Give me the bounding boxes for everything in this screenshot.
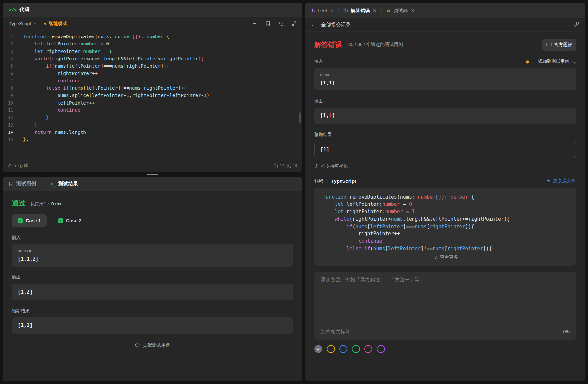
line-numbers: 123456789101112131415 (3, 33, 18, 160)
tab-testcases-label: 测试用例 (16, 181, 36, 187)
tab-testresult-label: 测试结果 (58, 181, 78, 187)
runtime-label: 执行用时: (30, 201, 49, 207)
tab-testcases[interactable]: 测试用例 (9, 181, 36, 187)
test-input-value: [1,1,2] (18, 256, 287, 262)
contribute-testcase-button[interactable]: 贡献测试用例 (12, 342, 293, 348)
test-output-label: 输出 (12, 275, 293, 280)
submission-body: 解答错误 135 / 362 个通过的测试用例 官方题解 输入 添加到测试用例 (305, 32, 585, 381)
code-section-label: 代码 (314, 178, 323, 184)
bug-icon (386, 8, 391, 13)
panel-resize-handle[interactable] (3, 172, 302, 177)
sub-expected-label: 预期结果 (314, 132, 576, 138)
sub-input-value: [1,1] (320, 80, 570, 86)
sub-input-label: 输入 (314, 59, 323, 64)
tab-debugger[interactable]: 调试器 ✕ (386, 8, 414, 14)
expand-icon[interactable] (291, 20, 298, 27)
tab-wrong-answer[interactable]: 解答错误 ✕ (343, 8, 377, 14)
undo-icon[interactable] (277, 20, 285, 27)
left-column: </> 代码 TypeScript 智能模式 (3, 3, 302, 381)
tag-color-pink[interactable] (364, 345, 372, 353)
info-icon (314, 164, 319, 169)
tag-color-gray-selected[interactable] (314, 345, 322, 353)
case-2-label: Case 2 (66, 218, 82, 223)
bookmark-icon[interactable] (264, 20, 271, 27)
submission-tabbar: Leet ✕ | 解答错误 ✕ | 调试器 ✕ (305, 3, 585, 18)
sub-output-label: 输出 (314, 98, 576, 104)
case-2-check-icon (58, 218, 63, 223)
test-expected-value: [1,2] (18, 323, 287, 328)
editor-toolbar: TypeScript 智能模式 (3, 17, 302, 30)
all-submissions-link[interactable]: 全部提交记录 (321, 22, 351, 28)
tag-color-green[interactable] (352, 345, 360, 353)
tab-leet[interactable]: Leet ✕ (310, 8, 334, 13)
sub-output-box: [1,1] (314, 108, 576, 124)
close-icon[interactable]: ✕ (330, 8, 334, 13)
sparkle-ai-icon (546, 179, 551, 183)
test-input-label: 输入 (12, 235, 293, 241)
tag-color-yellow[interactable] (327, 345, 335, 353)
complexity-analysis-label: 复杂度分析 (553, 178, 576, 184)
tag-placeholder: 选择相关标签 (321, 329, 350, 335)
runtime-value: 0 ms (51, 201, 61, 206)
tag-selector[interactable]: 选择相关标签 0/5 (314, 324, 576, 340)
case-1-label: Case 1 (26, 218, 41, 223)
close-icon[interactable]: ✕ (373, 8, 377, 13)
view-more-button[interactable]: 查看更多 (323, 252, 569, 262)
submission-panel: Leet ✕ | 解答错误 ✕ | 调试器 ✕ ← 全部提交记录 (305, 3, 585, 381)
test-expected-label: 预期结果 (12, 308, 293, 314)
resize-pill-icon (147, 174, 158, 175)
no-visualization-note: 不支持可视化 (314, 163, 576, 169)
tab-wrong-answer-label: 解答错误 (351, 8, 370, 14)
editor-header: </> 代码 (3, 3, 302, 17)
editor-panel-title: 代码 (19, 7, 29, 13)
smart-mode-toggle[interactable]: 智能模式 (44, 21, 67, 27)
tag-color-purple[interactable] (377, 345, 385, 353)
close-icon[interactable]: ✕ (411, 8, 415, 13)
official-solution-label: 官方题解 (554, 42, 572, 48)
complexity-analysis-button[interactable]: 复杂度分析 (546, 178, 576, 184)
editor-scrollbar[interactable] (299, 112, 301, 123)
sub-input-box: nums = [1,1] (314, 68, 576, 90)
official-solution-button[interactable]: 官方题解 (542, 39, 576, 51)
contribute-label: 贡献测试用例 (143, 342, 170, 348)
cloud-icon (8, 163, 13, 168)
code-content[interactable]: function removeDuplicates(nums: number[]… (18, 33, 302, 160)
sub-output-value: [1,1] (320, 113, 570, 119)
format-lines-icon[interactable] (251, 20, 258, 27)
submission-navrow: ← 全部提交记录 (305, 18, 585, 32)
tab-testresult[interactable]: >_ 测试结果 (50, 181, 78, 187)
sub-expected-value: [1] (320, 147, 570, 153)
sparkle-icon (310, 8, 316, 13)
test-expected-box: [1,2] (12, 317, 293, 334)
link-icon[interactable] (574, 21, 579, 28)
passed-testcases-info: 135 / 362 个通过的测试用例 (346, 42, 403, 48)
terminal-icon: >_ (50, 181, 56, 186)
language-dropdown[interactable]: TypeScript (7, 20, 38, 28)
code-editor-panel: </> 代码 TypeScript 智能模式 (3, 3, 302, 172)
test-panel: 测试用例 | >_ 测试结果 通过 执行用时: 0 ms Case 1 (3, 177, 302, 381)
smart-mode-label: 智能模式 (49, 21, 67, 27)
test-input-varname: nums = (18, 249, 287, 253)
checkbox-icon (9, 181, 14, 187)
double-chevron-down-icon (434, 255, 438, 260)
editor-statusbar: 已存储 行 14, 列 23 (3, 160, 302, 172)
history-icon (343, 8, 348, 13)
tag-color-blue[interactable] (339, 345, 347, 353)
test-output-value: [1,2] (18, 289, 287, 295)
code-icon: </> (9, 7, 17, 12)
submitted-code: function removeDuplicates(nums: number[]… (323, 193, 569, 252)
back-arrow-icon[interactable]: ← (311, 22, 317, 28)
case-1-button[interactable]: Case 1 (12, 214, 47, 227)
test-input-box[interactable]: nums = [1,1,2] (12, 244, 293, 267)
case-2-button[interactable]: Case 2 (52, 214, 87, 227)
tag-color-options (314, 345, 576, 353)
tag-count: 0/5 (563, 329, 570, 334)
mode-dot-icon (44, 23, 46, 25)
verdict-wrong-answer: 解答错误 (314, 40, 342, 49)
heart-icon (135, 343, 140, 348)
code-editor[interactable]: 123456789101112131415 function removeDup… (3, 30, 302, 160)
note-textarea[interactable]: 添加备注，例如「暴力解法」、「方法一」等 (314, 272, 576, 324)
debug-with-case-icon[interactable] (525, 59, 530, 64)
submitted-code-box: function removeDuplicates(nums: number[]… (314, 188, 576, 266)
add-to-testcase-button[interactable]: 添加到测试用例 (538, 59, 576, 64)
